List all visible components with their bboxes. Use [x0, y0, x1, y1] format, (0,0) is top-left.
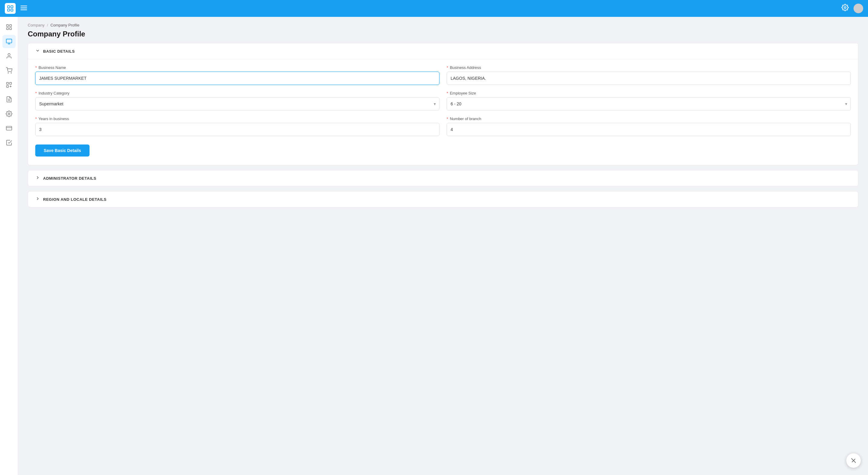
breadcrumb-parent: Company: [28, 23, 44, 27]
save-basic-details-button[interactable]: Save Basic Details: [35, 144, 90, 157]
years-in-business-group: * Years in business: [35, 116, 439, 136]
employee-size-label: * Employee Size: [447, 91, 851, 95]
required-star: *: [35, 65, 37, 70]
svg-rect-0: [7, 6, 10, 8]
svg-rect-9: [9, 25, 11, 27]
svg-rect-2: [7, 9, 10, 11]
svg-rect-27: [6, 127, 11, 130]
page-title: Company Profile: [18, 30, 868, 43]
sidebar-item-settings[interactable]: [2, 107, 16, 121]
business-address-group: * Business Address: [447, 65, 851, 85]
svg-rect-1: [11, 6, 13, 8]
breadcrumb-current: Company Profile: [50, 23, 79, 27]
business-name-input[interactable]: [35, 72, 439, 85]
business-address-input[interactable]: [447, 72, 851, 85]
svg-rect-6: [21, 9, 27, 10]
business-address-label: * Business Address: [447, 65, 851, 70]
gear-icon[interactable]: [841, 4, 849, 13]
svg-rect-20: [6, 86, 8, 87]
basic-details-header[interactable]: BASIC DETAILS: [28, 43, 858, 59]
basic-details-body: * Business Name * Business Address: [28, 59, 858, 165]
required-star-6: *: [447, 116, 448, 121]
sidebar-item-products[interactable]: [2, 78, 16, 92]
top-nav: [0, 0, 868, 17]
required-star-5: *: [35, 116, 37, 121]
svg-rect-19: [9, 82, 11, 84]
expand-icon-2: [35, 196, 40, 202]
svg-point-16: [8, 72, 8, 73]
form-row-3: * Years in business * Number of branch: [35, 116, 851, 136]
region-locale-details-section: REGION AND LOCALE DETAILS: [28, 191, 858, 207]
svg-point-17: [11, 72, 11, 73]
business-name-group: * Business Name: [35, 65, 439, 85]
industry-category-select[interactable]: Supermarket Retail Wholesale Restaurant …: [35, 97, 439, 110]
years-in-business-input[interactable]: [35, 123, 439, 136]
sidebar-item-store[interactable]: [2, 35, 16, 48]
region-locale-details-header[interactable]: REGION AND LOCALE DETAILS: [28, 192, 858, 207]
region-locale-details-title: REGION AND LOCALE DETAILS: [43, 197, 106, 202]
number-of-branch-input[interactable]: [447, 123, 851, 136]
required-star-4: *: [447, 91, 448, 95]
basic-details-section: BASIC DETAILS * Business Name *: [28, 43, 858, 165]
form-row-2: * Industry Category Supermarket Retail W…: [35, 91, 851, 110]
svg-rect-5: [21, 7, 27, 8]
avatar[interactable]: [854, 4, 863, 13]
svg-rect-12: [6, 39, 11, 43]
industry-category-label: * Industry Category: [35, 91, 439, 95]
sidebar-item-cart[interactable]: [2, 64, 16, 77]
form-row-1: * Business Name * Business Address: [35, 65, 851, 85]
required-star-3: *: [35, 91, 37, 95]
employee-size-select[interactable]: 1 - 5 6 - 20 21 - 50 51 - 200 200+: [447, 97, 851, 110]
administrator-details-header[interactable]: ADMINISTRATOR DETAILS: [28, 170, 858, 186]
main-content: Company / Company Profile Company Profil…: [18, 17, 868, 475]
breadcrumb-separator: /: [47, 23, 48, 27]
employee-size-group: * Employee Size 1 - 5 6 - 20 21 - 50 51 …: [447, 91, 851, 110]
administrator-details-title: ADMINISTRATOR DETAILS: [43, 176, 96, 181]
sidebar-item-customers[interactable]: [2, 49, 16, 63]
sidebar-item-reports[interactable]: [2, 93, 16, 106]
industry-category-group: * Industry Category Supermarket Retail W…: [35, 91, 439, 110]
hamburger-icon[interactable]: [21, 4, 27, 13]
industry-category-select-wrapper: Supermarket Retail Wholesale Restaurant …: [35, 97, 439, 110]
app-body: Company / Company Profile Company Profil…: [0, 17, 868, 475]
sidebar: [0, 17, 18, 475]
svg-rect-4: [21, 5, 27, 6]
svg-rect-8: [6, 25, 8, 27]
app-logo: [5, 3, 16, 14]
number-of-branch-label: * Number of branch: [447, 116, 851, 121]
svg-point-15: [8, 54, 10, 56]
years-in-business-label: * Years in business: [35, 116, 439, 121]
svg-rect-11: [9, 28, 11, 30]
svg-rect-10: [6, 28, 8, 30]
sidebar-item-billing[interactable]: [2, 122, 16, 135]
business-name-label: * Business Name: [35, 65, 439, 70]
number-of-branch-group: * Number of branch: [447, 116, 851, 136]
sidebar-item-dashboard[interactable]: [2, 21, 16, 34]
collapse-icon: [35, 48, 40, 54]
top-nav-left: [5, 3, 27, 14]
float-tools-button[interactable]: [846, 453, 861, 468]
top-nav-right: [841, 4, 863, 13]
svg-rect-3: [11, 9, 13, 11]
svg-rect-18: [6, 82, 8, 84]
sidebar-item-receipts[interactable]: [2, 136, 16, 149]
administrator-details-section: ADMINISTRATOR DETAILS: [28, 170, 858, 186]
breadcrumb: Company / Company Profile: [18, 17, 868, 30]
required-star-2: *: [447, 65, 448, 70]
expand-icon: [35, 175, 40, 181]
basic-details-title: BASIC DETAILS: [43, 49, 75, 54]
employee-size-select-wrapper: 1 - 5 6 - 20 21 - 50 51 - 200 200+ ▾: [447, 97, 851, 110]
svg-point-7: [844, 7, 846, 8]
svg-point-26: [8, 113, 10, 115]
